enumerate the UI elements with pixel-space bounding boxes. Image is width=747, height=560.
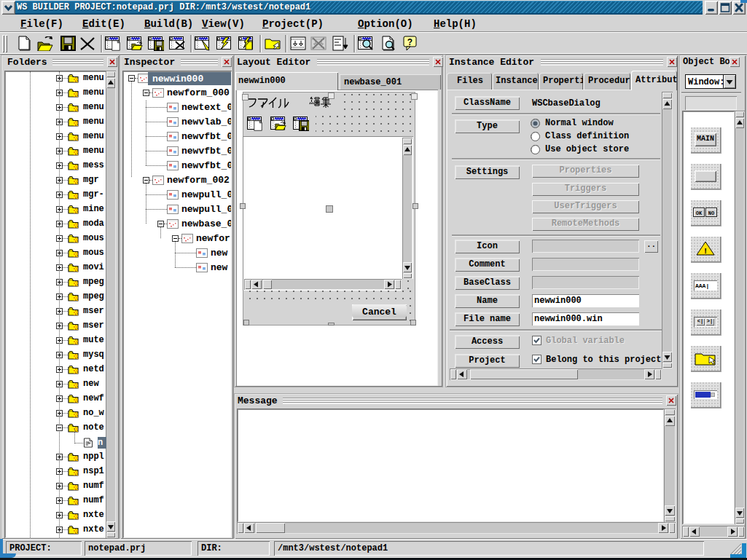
svg-text:!: !	[703, 247, 708, 256]
svg-text:?: ?	[407, 37, 412, 47]
